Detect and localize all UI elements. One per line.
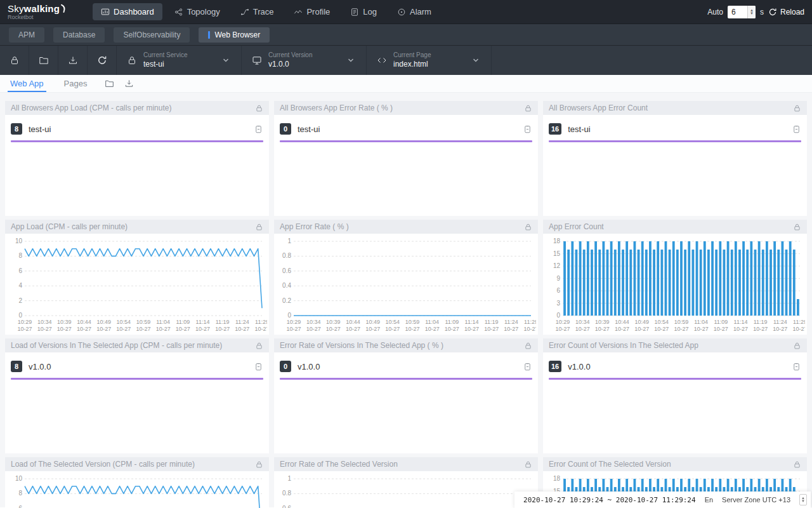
metric-name: test-ui [298, 124, 523, 134]
copy-icon[interactable] [792, 124, 801, 134]
card-header: Error Count of Versions In The Selected … [543, 338, 807, 352]
metric-row[interactable]: 8 test-ui [5, 115, 269, 135]
card-app-error-count-chart: App Error Count 036912151810:2910-2710:3… [543, 220, 807, 335]
tab-label: APM [18, 30, 35, 39]
lock-icon[interactable] [255, 223, 263, 231]
server-zone-label: Server Zone UTC +13 [722, 496, 790, 504]
lock-icon[interactable] [524, 104, 532, 112]
metric-row[interactable]: 16 test-ui [543, 115, 807, 135]
metric-row[interactable]: 16 v1.0.0 [543, 352, 807, 372]
lock-icon[interactable] [793, 104, 801, 112]
svg-text:11:19: 11:19 [485, 319, 499, 325]
card-header: Error Count of The Selected Version [543, 457, 807, 471]
metric-value-badge: 16 [549, 123, 561, 135]
svg-text:10:39: 10:39 [326, 319, 341, 325]
nav-label: Log [363, 7, 377, 17]
copy-icon[interactable] [254, 124, 263, 134]
tab-apm[interactable]: APM [9, 27, 44, 43]
nav-item-alarm[interactable]: Alarm [389, 3, 440, 20]
card-all-browsers-app-load: All Browsers App Load (CPM - calls per m… [5, 101, 269, 216]
card-version-error-rate: Error Rate of Versions In The Selected A… [274, 338, 538, 453]
card-selected-version-error-rate-chart: Error Rate of The Selected Version 00.20… [274, 457, 538, 508]
metric-row[interactable]: 8 v1.0.0 [5, 352, 269, 372]
tab-web-browser[interactable]: Web Browser [199, 27, 270, 43]
svg-text:11:29: 11:29 [255, 319, 267, 325]
lock-icon[interactable] [793, 460, 801, 469]
time-range-picker[interactable]: 2020-10-27 10:29:24 ~ 2020-10-27 11:29:2… [523, 496, 696, 504]
svg-text:11:24: 11:24 [773, 319, 787, 325]
nav-item-topology[interactable]: Topology [166, 3, 228, 20]
dashboard-page-tabs: Web App Pages [0, 75, 812, 93]
svg-text:0: 0 [556, 312, 560, 319]
refresh-templates-button[interactable] [88, 46, 117, 75]
lock-icon[interactable] [524, 342, 532, 350]
copy-icon[interactable] [523, 362, 532, 371]
dashboard-grid: All Browsers App Load (CPM - calls per m… [0, 93, 812, 507]
nav-item-dashboard[interactable]: Dashboard [93, 3, 162, 20]
copy-icon[interactable] [523, 124, 532, 134]
copy-icon[interactable] [792, 362, 801, 371]
nav-label: Topology [187, 7, 220, 17]
svg-text:11:19: 11:19 [754, 319, 768, 325]
svg-text:10:59: 10:59 [674, 319, 689, 325]
svg-text:0.8: 0.8 [282, 490, 291, 497]
lock-icon[interactable] [793, 223, 801, 231]
reload-button[interactable]: Reload [768, 8, 804, 17]
nav-item-log[interactable]: Log [342, 3, 385, 20]
svg-text:10: 10 [15, 237, 23, 244]
nav-item-profile[interactable]: Profile [285, 3, 338, 20]
metric-row[interactable]: 0 v1.0.0 [274, 352, 538, 372]
card-title: Error Rate of Versions In The Selected A… [280, 341, 524, 350]
svg-text:10-27: 10-27 [733, 326, 748, 332]
svg-text:11:14: 11:14 [196, 319, 210, 325]
folder-icon [105, 79, 114, 88]
add-tab-folder-button[interactable] [105, 75, 114, 92]
svg-text:10-27: 10-27 [254, 326, 267, 332]
card-version-load: Load of Versions In The Selected App (CP… [5, 338, 269, 453]
selection-underline [549, 378, 801, 380]
language-toggle[interactable]: En [705, 496, 713, 504]
tab-selfobservability[interactable]: SelfObservability [114, 27, 190, 43]
svg-text:11:04: 11:04 [694, 319, 708, 325]
card-app-error-rate-chart: App Error Rate ( % ) 00.20.40.60.8110:29… [274, 220, 538, 335]
nav-item-trace[interactable]: Trace [232, 3, 282, 20]
export-tab-button[interactable] [124, 75, 134, 92]
current-version-selector[interactable]: Current Version v1.0.0 [242, 46, 367, 75]
selector-value: index.html [393, 60, 454, 69]
lock-icon[interactable] [255, 342, 263, 350]
svg-text:11:19: 11:19 [216, 319, 230, 325]
lock-icon[interactable] [524, 460, 532, 469]
svg-text:10:44: 10:44 [77, 319, 91, 325]
dashboard-icon [101, 8, 110, 17]
import-template-button[interactable] [29, 46, 58, 75]
current-page-selector[interactable]: Current Page index.html [367, 46, 492, 75]
metric-row[interactable]: 0 test-ui [274, 115, 538, 135]
tab-database[interactable]: Database [53, 27, 105, 43]
tab-web-app[interactable]: Web App [8, 75, 46, 92]
lock-icon[interactable] [524, 223, 532, 231]
svg-text:11:04: 11:04 [425, 319, 439, 325]
server-zone-stepper[interactable]: ▲▼ [799, 494, 807, 505]
svg-text:10-27: 10-27 [405, 326, 419, 332]
export-template-button[interactable] [58, 46, 88, 75]
copy-icon[interactable] [254, 362, 263, 371]
auto-interval-stepper[interactable]: ▲▼ [747, 6, 756, 18]
card-title: All Browsers App Error Rate ( % ) [280, 104, 524, 112]
svg-text:10:49: 10:49 [96, 319, 111, 325]
svg-text:10-27: 10-27 [694, 326, 709, 332]
selector-value: test-ui [143, 60, 204, 69]
lock-edit-button[interactable] [0, 46, 29, 75]
current-service-selector[interactable]: Current Service test-ui [117, 46, 242, 75]
metric-name: test-ui [29, 124, 254, 134]
chevron-down-icon [472, 57, 480, 64]
auto-interval-input[interactable]: 6 ▲▼ [728, 6, 756, 18]
lock-icon[interactable] [255, 460, 263, 469]
card-header: Load of The Selected Version (CPM - call… [5, 457, 269, 471]
svg-text:10-27: 10-27 [634, 326, 649, 332]
svg-text:12: 12 [553, 262, 561, 269]
tab-pages[interactable]: Pages [62, 75, 90, 92]
auto-reload-controls: Auto 6 ▲▼ s Reload [707, 6, 804, 18]
lock-icon[interactable] [793, 342, 801, 350]
lock-icon[interactable] [255, 104, 263, 112]
svg-text:10-27: 10-27 [484, 326, 499, 332]
